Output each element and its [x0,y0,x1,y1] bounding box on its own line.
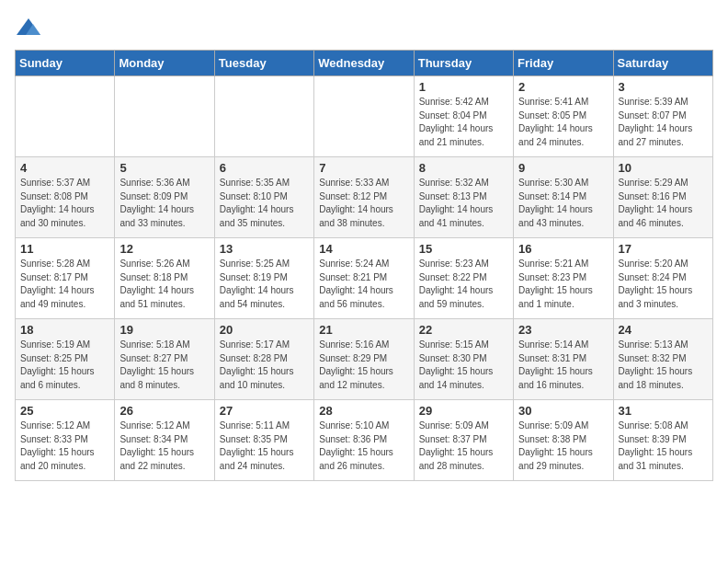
calendar-cell: 30Sunrise: 5:09 AM Sunset: 8:38 PM Dayli… [514,400,613,481]
day-number: 18 [20,323,109,337]
day-number: 31 [619,404,708,418]
day-info: Sunrise: 5:42 AM Sunset: 8:04 PM Dayligh… [419,96,508,149]
calendar-cell: 4Sunrise: 5:37 AM Sunset: 8:08 PM Daylig… [16,157,115,238]
calendar-week-row: 4Sunrise: 5:37 AM Sunset: 8:08 PM Daylig… [16,157,713,238]
calendar-cell: 17Sunrise: 5:20 AM Sunset: 8:24 PM Dayli… [613,238,712,319]
logo [15,15,46,42]
calendar-cell: 13Sunrise: 5:25 AM Sunset: 8:19 PM Dayli… [214,238,313,319]
day-info: Sunrise: 5:19 AM Sunset: 8:25 PM Dayligh… [20,339,109,392]
calendar-cell: 9Sunrise: 5:30 AM Sunset: 8:14 PM Daylig… [514,157,613,238]
calendar-cell: 6Sunrise: 5:35 AM Sunset: 8:10 PM Daylig… [214,157,313,238]
day-number: 27 [220,404,309,418]
weekday-header-row: SundayMondayTuesdayWednesdayThursdayFrid… [16,51,713,76]
calendar-cell: 16Sunrise: 5:21 AM Sunset: 8:23 PM Dayli… [514,238,613,319]
calendar-cell: 8Sunrise: 5:32 AM Sunset: 8:13 PM Daylig… [414,157,513,238]
day-number: 8 [419,161,508,175]
day-number: 6 [220,161,309,175]
calendar-cell: 27Sunrise: 5:11 AM Sunset: 8:35 PM Dayli… [214,400,313,481]
day-info: Sunrise: 5:14 AM Sunset: 8:31 PM Dayligh… [518,339,608,392]
day-info: Sunrise: 5:29 AM Sunset: 8:16 PM Dayligh… [619,177,708,230]
calendar-week-row: 11Sunrise: 5:28 AM Sunset: 8:17 PM Dayli… [16,238,713,319]
day-number: 11 [20,242,109,256]
day-number: 24 [619,323,708,337]
calendar-cell: 25Sunrise: 5:12 AM Sunset: 8:33 PM Dayli… [16,400,115,481]
logo-icon [15,15,42,42]
calendar-cell [115,76,214,157]
calendar-cell: 26Sunrise: 5:12 AM Sunset: 8:34 PM Dayli… [115,400,214,481]
day-number: 30 [518,404,608,418]
calendar-cell: 5Sunrise: 5:36 AM Sunset: 8:09 PM Daylig… [115,157,214,238]
day-number: 5 [119,161,209,175]
day-number: 4 [20,161,109,175]
day-info: Sunrise: 5:30 AM Sunset: 8:14 PM Dayligh… [518,177,608,230]
calendar-cell: 21Sunrise: 5:16 AM Sunset: 8:29 PM Dayli… [314,319,414,400]
calendar-cell [16,76,115,157]
weekday-header-sunday: Sunday [16,51,115,76]
calendar-cell: 12Sunrise: 5:26 AM Sunset: 8:18 PM Dayli… [115,238,214,319]
day-info: Sunrise: 5:12 AM Sunset: 8:34 PM Dayligh… [119,419,209,473]
day-info: Sunrise: 5:41 AM Sunset: 8:05 PM Dayligh… [518,96,608,149]
calendar-cell: 22Sunrise: 5:15 AM Sunset: 8:30 PM Dayli… [414,319,513,400]
day-info: Sunrise: 5:12 AM Sunset: 8:33 PM Dayligh… [20,419,109,473]
weekday-header-saturday: Saturday [613,51,712,76]
calendar-cell: 11Sunrise: 5:28 AM Sunset: 8:17 PM Dayli… [16,238,115,319]
calendar-cell: 28Sunrise: 5:10 AM Sunset: 8:36 PM Dayli… [314,400,414,481]
weekday-header-wednesday: Wednesday [314,51,414,76]
day-info: Sunrise: 5:25 AM Sunset: 8:19 PM Dayligh… [220,258,309,311]
calendar-cell: 24Sunrise: 5:13 AM Sunset: 8:32 PM Dayli… [613,319,712,400]
calendar-cell [214,76,313,157]
calendar-cell: 20Sunrise: 5:17 AM Sunset: 8:28 PM Dayli… [214,319,313,400]
calendar-week-row: 18Sunrise: 5:19 AM Sunset: 8:25 PM Dayli… [16,319,713,400]
calendar-cell: 3Sunrise: 5:39 AM Sunset: 8:07 PM Daylig… [613,76,712,157]
weekday-header-thursday: Thursday [414,51,513,76]
calendar-cell: 10Sunrise: 5:29 AM Sunset: 8:16 PM Dayli… [613,157,712,238]
day-info: Sunrise: 5:37 AM Sunset: 8:08 PM Dayligh… [20,177,109,230]
day-number: 22 [419,323,508,337]
day-info: Sunrise: 5:11 AM Sunset: 8:35 PM Dayligh… [220,419,309,473]
day-number: 3 [619,80,708,94]
calendar-cell: 29Sunrise: 5:09 AM Sunset: 8:37 PM Dayli… [414,400,513,481]
day-number: 23 [518,323,608,337]
calendar-week-row: 25Sunrise: 5:12 AM Sunset: 8:33 PM Dayli… [16,400,713,481]
day-info: Sunrise: 5:28 AM Sunset: 8:17 PM Dayligh… [20,258,109,311]
day-info: Sunrise: 5:18 AM Sunset: 8:27 PM Dayligh… [119,339,209,392]
day-info: Sunrise: 5:33 AM Sunset: 8:12 PM Dayligh… [319,177,408,230]
weekday-header-tuesday: Tuesday [214,51,313,76]
day-info: Sunrise: 5:08 AM Sunset: 8:39 PM Dayligh… [619,419,708,473]
day-info: Sunrise: 5:09 AM Sunset: 8:37 PM Dayligh… [419,419,508,473]
day-info: Sunrise: 5:17 AM Sunset: 8:28 PM Dayligh… [220,339,309,392]
day-info: Sunrise: 5:21 AM Sunset: 8:23 PM Dayligh… [518,258,608,311]
day-number: 13 [220,242,309,256]
calendar-cell: 2Sunrise: 5:41 AM Sunset: 8:05 PM Daylig… [514,76,613,157]
calendar-cell: 15Sunrise: 5:23 AM Sunset: 8:22 PM Dayli… [414,238,513,319]
calendar-cell: 14Sunrise: 5:24 AM Sunset: 8:21 PM Dayli… [314,238,414,319]
day-number: 16 [518,242,608,256]
day-info: Sunrise: 5:20 AM Sunset: 8:24 PM Dayligh… [619,258,708,311]
day-info: Sunrise: 5:39 AM Sunset: 8:07 PM Dayligh… [619,96,708,149]
day-info: Sunrise: 5:26 AM Sunset: 8:18 PM Dayligh… [119,258,209,311]
calendar-cell: 18Sunrise: 5:19 AM Sunset: 8:25 PM Dayli… [16,319,115,400]
calendar-cell: 23Sunrise: 5:14 AM Sunset: 8:31 PM Dayli… [514,319,613,400]
day-number: 25 [20,404,109,418]
day-info: Sunrise: 5:13 AM Sunset: 8:32 PM Dayligh… [619,339,708,392]
day-info: Sunrise: 5:16 AM Sunset: 8:29 PM Dayligh… [319,339,408,392]
page-header [15,15,713,42]
weekday-header-friday: Friday [514,51,613,76]
day-number: 9 [518,161,608,175]
day-number: 28 [319,404,408,418]
day-number: 17 [619,242,708,256]
day-info: Sunrise: 5:09 AM Sunset: 8:38 PM Dayligh… [518,419,608,473]
day-info: Sunrise: 5:35 AM Sunset: 8:10 PM Dayligh… [220,177,309,230]
weekday-header-monday: Monday [115,51,214,76]
day-number: 12 [119,242,209,256]
day-number: 20 [220,323,309,337]
day-info: Sunrise: 5:23 AM Sunset: 8:22 PM Dayligh… [419,258,508,311]
day-number: 2 [518,80,608,94]
day-info: Sunrise: 5:36 AM Sunset: 8:09 PM Dayligh… [119,177,209,230]
calendar-cell: 1Sunrise: 5:42 AM Sunset: 8:04 PM Daylig… [414,76,513,157]
day-number: 26 [119,404,209,418]
day-number: 7 [319,161,408,175]
day-info: Sunrise: 5:24 AM Sunset: 8:21 PM Dayligh… [319,258,408,311]
calendar-cell: 19Sunrise: 5:18 AM Sunset: 8:27 PM Dayli… [115,319,214,400]
calendar-week-row: 1Sunrise: 5:42 AM Sunset: 8:04 PM Daylig… [16,76,713,157]
